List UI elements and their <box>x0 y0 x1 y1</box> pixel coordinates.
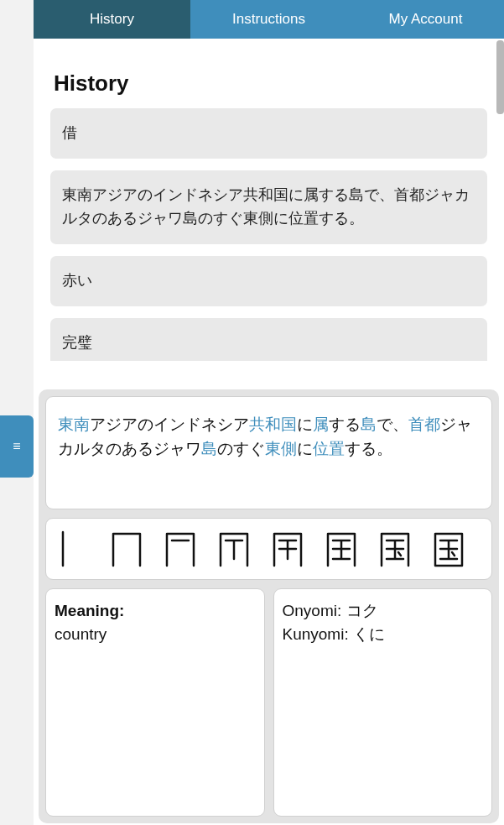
meaning-label: Meaning: <box>55 602 124 619</box>
kunyomi-value: くに <box>353 625 385 643</box>
readings-card: Onyomi: コク Kunyomi: くに <box>273 588 493 817</box>
stroke-step-1 <box>51 527 95 571</box>
kunyomi-label: Kunyomi: <box>283 625 349 643</box>
stroke-step-8 <box>427 527 470 571</box>
onyomi-label: Onyomi: <box>283 602 342 619</box>
hamburger-icon: ≡ <box>13 439 20 454</box>
sentence-card: 東南アジアのインドネシア共和国に属する島で、首都ジャカルタのあるジャワ島のすぐ東… <box>45 396 492 509</box>
sentence-text: する。 <box>345 440 392 457</box>
meaning-card: Meaning: country <box>45 588 265 817</box>
highlighted-word[interactable]: 東側 <box>265 440 297 457</box>
sentence-text: する <box>329 415 361 433</box>
sentence-text: に <box>297 415 313 433</box>
left-gutter <box>0 0 34 825</box>
sentence-text: で、 <box>377 415 408 433</box>
highlighted-word[interactable]: 東南 <box>58 415 90 433</box>
history-section: History 借 東南アジアのインドネシア共和国に属する島で、首都ジャカルタの… <box>34 39 504 361</box>
sentence-text: に <box>297 440 313 457</box>
drawer-toggle[interactable]: ≡ <box>0 415 34 478</box>
tab-my-account[interactable]: My Account <box>347 0 504 39</box>
highlighted-word[interactable]: 位置 <box>313 440 345 457</box>
stroke-step-4 <box>212 527 256 571</box>
sentence-text: のすぐ <box>217 440 265 457</box>
stroke-step-2 <box>105 527 148 571</box>
history-item[interactable]: 赤い <box>50 256 487 306</box>
stroke-step-7 <box>373 527 417 571</box>
tab-history[interactable]: History <box>34 0 190 39</box>
highlighted-word[interactable]: 島 <box>201 440 217 457</box>
stroke-order-card <box>45 518 492 580</box>
history-item[interactable]: 借 <box>50 108 487 159</box>
highlighted-word[interactable]: 属 <box>313 415 329 433</box>
stroke-step-3 <box>158 527 202 571</box>
tabs: History Instructions My Account <box>34 0 504 39</box>
detail-panel: 東南アジアのインドネシア共和国に属する島で、首都ジャカルタのあるジャワ島のすぐ東… <box>39 389 499 823</box>
stroke-step-6 <box>320 527 363 571</box>
stroke-step-5 <box>266 527 309 571</box>
scrollbar[interactable] <box>496 40 504 114</box>
history-title: History <box>54 70 487 97</box>
history-item[interactable]: 完璧 <box>50 318 487 362</box>
history-item[interactable]: 東南アジアのインドネシア共和国に属する島で、首都ジャカルタのあるジャワ島のすぐ東… <box>50 170 487 244</box>
meaning-value: country <box>55 625 107 643</box>
highlighted-word[interactable]: 首都 <box>408 415 440 433</box>
highlighted-word[interactable]: 共和国 <box>249 415 297 433</box>
sentence-text: アジアのインドネシア <box>90 415 249 433</box>
tab-instructions[interactable]: Instructions <box>190 0 347 39</box>
onyomi-value: コク <box>346 602 378 619</box>
highlighted-word[interactable]: 島 <box>361 415 377 433</box>
